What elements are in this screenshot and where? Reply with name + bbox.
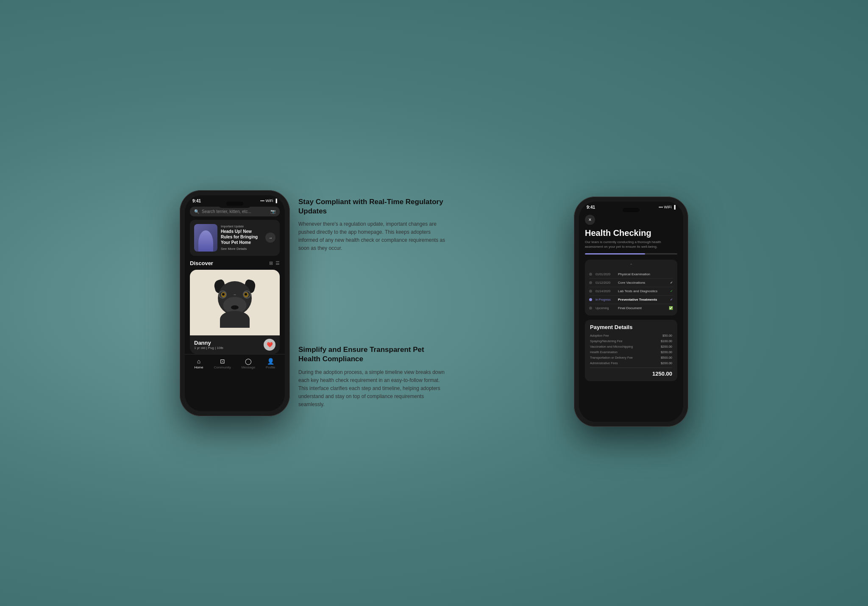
pet-name: Danny — [194, 340, 223, 346]
payment-card: Payment Details Adoption Fee $50.00 Spay… — [585, 320, 677, 381]
timeline-item-1: 01/01/2020 Physical Examination — [589, 270, 673, 279]
payment-title: Payment Details — [590, 324, 672, 330]
callout-top-body: Whenever there's a regulation update, im… — [298, 220, 447, 253]
payment-row-4: Health Examination $200.00 — [590, 350, 672, 354]
payment-amount-1: $50.00 — [662, 334, 672, 338]
phone-1-content: 9:41 ▪▪▪ WiFi ▐ 🔍 Search terrier, kitten… — [185, 195, 285, 411]
p2-wifi-icon: WiFi — [664, 205, 672, 209]
battery-icon: ▐ — [275, 199, 277, 203]
tl-dot-2 — [589, 281, 592, 284]
filter-icon[interactable]: ☰ — [275, 260, 280, 266]
timeline-item-2: 01/12/2020 Core Vaccinations ✓ — [589, 279, 673, 287]
nav-community-label: Community — [214, 365, 231, 369]
community-icon: ⊡ — [220, 358, 225, 365]
phone-2-screen: 9:41 ▪▪▪ WiFi ▐ × Health Checking Our te… — [579, 202, 683, 422]
payment-total: 1250.00 — [590, 371, 672, 377]
lower-callout: Simplify and Ensure Transparent Pet Heal… — [298, 345, 447, 409]
page-container: 9:41 ▪▪▪ WiFi ▐ 🔍 Search terrier, kitten… — [180, 134, 688, 473]
p2-battery-icon: ▐ — [673, 205, 676, 209]
payment-amount-5: $500.00 — [661, 356, 672, 360]
phone-1-status-icons: ▪▪▪ WiFi ▐ — [260, 199, 277, 203]
discover-icons: ⊞ ☰ — [269, 260, 280, 266]
profile-icon: 👤 — [267, 358, 274, 365]
update-card[interactable]: Important Update Heads Up! New Rules for… — [190, 220, 280, 256]
payment-amount-6: $200.00 — [661, 361, 672, 365]
camera-icon: 📷 — [270, 209, 275, 214]
tl-name-1: Physical Examination — [618, 272, 670, 276]
signal-icon: ▪▪▪ — [260, 199, 264, 203]
nav-profile[interactable]: 👤 Profile — [266, 358, 275, 369]
timeline-item-5: Upcoming Final Document ✅ — [589, 304, 673, 312]
discover-section: Discover ⊞ ☰ — [190, 260, 280, 354]
pet-card[interactable]: Danny 1 yr old | Pug | 10lb ❤️ — [190, 270, 280, 354]
update-badge: Important Update — [221, 225, 262, 228]
payment-label-5: Transportation or Delivery Fee — [590, 356, 633, 360]
close-button[interactable]: × — [585, 215, 595, 225]
payment-row-5: Transportation or Delivery Fee $500.00 — [590, 356, 672, 360]
update-text: Important Update Heads Up! New Rules for… — [221, 225, 262, 251]
timeline-item-3: 01/14/2020 Lab Tests and Diagnostics ✓ — [589, 287, 673, 296]
grid-icon[interactable]: ⊞ — [269, 260, 273, 266]
tl-date-2: 01/12/2020 — [595, 281, 615, 284]
payment-label-4: Health Examination — [590, 350, 618, 354]
discover-header: Discover ⊞ ☰ — [190, 260, 280, 266]
bottom-nav: ⌂ Home ⊡ Community ◯ Message 👤 Profile — [185, 354, 285, 372]
callout-bottom-body: During the adoption process, a simple ti… — [298, 368, 447, 409]
payment-amount-4: $200.00 — [661, 350, 672, 354]
nav-message[interactable]: ◯ Message — [242, 358, 255, 369]
progress-bar-fill — [585, 253, 645, 255]
close-icon: × — [588, 217, 591, 223]
payment-row-1: Adoption Fee $50.00 — [590, 334, 672, 338]
payment-label-2: Spaying/Neutering Fee — [590, 339, 623, 343]
phone-1-notch — [218, 199, 252, 208]
tl-name-2: Core Vaccinations — [618, 281, 667, 285]
callout-bottom-title: Simplify and Ensure Transparent Pet Heal… — [298, 345, 447, 364]
timeline-expand-icon[interactable]: ⌃ — [589, 263, 673, 268]
nav-home[interactable]: ⌂ Home — [194, 358, 203, 369]
tl-name-5: Final Document — [618, 306, 665, 310]
p2-signal-icon: ▪▪▪ — [659, 205, 663, 209]
health-title: Health Checking — [579, 228, 683, 238]
phone-2-notch — [614, 206, 648, 214]
upper-callout: Stay Compliant with Real-Time Regulatory… — [298, 197, 447, 253]
nav-message-label: Message — [242, 365, 255, 369]
update-title: Heads Up! New Rules for Bringing Your Pe… — [221, 229, 262, 245]
pet-details: 1 yr old | Pug | 10lb — [194, 346, 223, 350]
update-more: See More Details — [221, 247, 262, 251]
update-arrow[interactable]: → — [265, 232, 275, 243]
timeline-card: ⌃ 01/01/2020 Physical Examination 01/12/… — [585, 260, 677, 315]
phone-2-content: 9:41 ▪▪▪ WiFi ▐ × Health Checking Our te… — [579, 202, 683, 422]
tl-dot-5 — [589, 307, 592, 310]
discover-title: Discover — [190, 260, 213, 266]
nav-community[interactable]: ⊡ Community — [214, 358, 231, 369]
progress-bar-container — [585, 253, 677, 255]
timeline-item-4: In Progress Preventative Treatments ✓ — [589, 296, 673, 304]
tl-dot-1 — [589, 273, 592, 276]
phone-2-time: 9:41 — [587, 205, 595, 210]
tl-status-2: ✓ — [670, 281, 673, 285]
payment-divider — [590, 368, 672, 368]
payment-label-6: Administrative Fees — [590, 361, 618, 365]
tl-date-5: Upcoming — [595, 307, 615, 310]
phone-1-screen: 9:41 ▪▪▪ WiFi ▐ 🔍 Search terrier, kitten… — [185, 195, 285, 411]
health-subtitle: Our team is currently conducting a thoro… — [579, 240, 683, 249]
update-image — [194, 224, 217, 252]
search-placeholder: Search terrier, kitten, etc... — [202, 209, 251, 214]
pet-image — [190, 270, 280, 335]
pug-illustration — [214, 279, 256, 326]
payment-row-6: Administrative Fees $200.00 — [590, 361, 672, 365]
home-icon: ⌂ — [197, 358, 200, 365]
update-figure — [198, 230, 213, 252]
tl-date-1: 01/01/2020 — [595, 273, 615, 276]
phone-2-status-icons: ▪▪▪ WiFi ▐ — [659, 205, 676, 209]
nav-profile-label: Profile — [266, 365, 275, 369]
payment-row-3: Vaccination and Microchipping $200.00 — [590, 345, 672, 349]
tl-date-3: 01/14/2020 — [595, 290, 615, 293]
payment-amount-3: $200.00 — [661, 345, 672, 349]
tl-name-3: Lab Tests and Diagnostics — [618, 289, 667, 293]
callout-top-title: Stay Compliant with Real-Time Regulatory… — [298, 197, 447, 216]
heart-button[interactable]: ❤️ — [264, 339, 275, 351]
search-icon: 🔍 — [194, 209, 199, 214]
tl-status-3: ✓ — [670, 289, 673, 293]
search-bar[interactable]: 🔍 Search terrier, kitten, etc... 📷 — [190, 207, 280, 216]
